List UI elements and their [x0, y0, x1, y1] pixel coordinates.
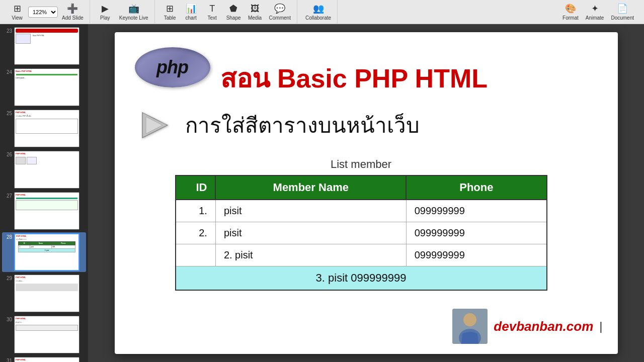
avatar [452, 309, 488, 344]
add-slide-label: Add Slide [62, 15, 84, 21]
chart-button[interactable]: 📊 chart [181, 2, 201, 22]
php-logo: php [135, 47, 210, 87]
slide-panel: 23 Basic PHP HTML 24 Basic PHP HTML Lore… [0, 24, 88, 362]
php-logo-text: php [156, 57, 188, 78]
cell-id-3 [176, 244, 216, 266]
add-slide-icon: ➕ [67, 3, 78, 14]
collaborate-label: Collaborate [305, 15, 331, 21]
arrow-shape [140, 108, 175, 143]
document-button[interactable]: 📄 Document [608, 2, 637, 22]
view-group: ⊞ View 122% ➕ Add Slide [4, 0, 90, 24]
th-name: Member Name [215, 175, 406, 200]
slide-thumb-26[interactable]: 26 PHP HTML [2, 150, 86, 190]
chart-icon: 📊 [186, 3, 197, 14]
main-layout: 23 Basic PHP HTML 24 Basic PHP HTML Lore… [0, 24, 644, 362]
table-caption: List member [175, 158, 547, 171]
watermark-area: devbanban.com | [452, 309, 602, 344]
view-options-group: 🎨 Format ✦ Animate 📄 Document [556, 0, 640, 24]
slide-canvas: php สอน Basic PHP HTML การใส่ [115, 32, 618, 354]
toolbar: ⊞ View 122% ➕ Add Slide ▶ Play 📺 Keynote… [0, 0, 644, 24]
slide-main-title: สอน Basic PHP HTML [220, 57, 488, 99]
shape-label: Shape [226, 15, 241, 21]
table-icon: ⊞ [166, 3, 174, 14]
zoom-select[interactable]: 122% [28, 7, 58, 18]
slide-thumb-31[interactable]: 31 PHP HTML สอน Youtube PHP [2, 356, 86, 362]
shape-button[interactable]: ⬟ Shape [223, 2, 244, 22]
table-container: List member ID Member Name Phone 1. pisi… [175, 158, 547, 291]
th-phone: Phone [406, 175, 546, 200]
comment-button[interactable]: 💬 Comment [266, 2, 294, 22]
collaborate-group: 👥 Collaborate [299, 0, 338, 24]
table-label: Table [164, 15, 176, 21]
site-name: devbanban.com [494, 319, 593, 334]
cell-name-3: 2. pisit [215, 244, 406, 266]
play-group: ▶ Play 📺 Keynote Live [92, 0, 155, 24]
table-row: 2. pisit 099999999 [176, 222, 547, 244]
section-title-text: การใส่สีตารางบนหน้าเว็บ [185, 109, 420, 142]
cell-name-2: pisit [215, 222, 406, 244]
shape-icon: ⬟ [229, 3, 237, 14]
person-avatar-icon [452, 309, 488, 344]
table-button[interactable]: ⊞ Table [160, 2, 180, 22]
cursor-indicator: | [599, 319, 602, 333]
view-label: View [12, 15, 23, 21]
animate-button[interactable]: ✦ Animate [583, 2, 607, 22]
svg-point-5 [463, 313, 476, 326]
play-button[interactable]: ▶ Play [95, 2, 115, 22]
cell-id-1: 1. [176, 200, 216, 222]
table-row: 2. pisit 099999999 [176, 244, 547, 266]
add-slide-button[interactable]: ➕ Add Slide [59, 2, 87, 22]
keynote-live-button[interactable]: 📺 Keynote Live [116, 2, 151, 22]
chart-label: chart [186, 15, 197, 21]
comment-label: Comment [269, 15, 291, 21]
cell-phone-1: 099999999 [406, 200, 546, 222]
slide-thumb-24[interactable]: 24 Basic PHP HTML Lorem ipsum... [2, 67, 86, 107]
play-label: Play [100, 15, 110, 21]
slide-thumb-23[interactable]: 23 Basic PHP HTML [2, 26, 86, 66]
keynote-live-label: Keynote Live [119, 15, 148, 21]
format-label: Format [562, 15, 579, 21]
cell-id-2: 2. [176, 222, 216, 244]
slide-thumb-27[interactable]: 27 PHP HTML [2, 191, 86, 231]
animate-icon: ✦ [591, 3, 599, 14]
media-icon: 🖼 [251, 4, 260, 14]
format-icon: 🎨 [565, 3, 576, 14]
document-label: Document [611, 15, 634, 21]
canvas-area: php สอน Basic PHP HTML การใส่ [88, 24, 644, 362]
arrow-icon [140, 108, 175, 143]
keynote-live-icon: 📺 [128, 3, 139, 14]
slide-thumb-29[interactable]: 29 PHP HTML การเขียน... [2, 274, 86, 313]
collaborate-icon: 👥 [313, 3, 324, 14]
insert-group: ⊞ Table 📊 chart T Text ⬟ Shape 🖼 Media 💬… [157, 0, 297, 24]
view-button[interactable]: ⊞ View [7, 2, 27, 22]
media-label: Media [248, 15, 262, 21]
animate-label: Animate [586, 15, 604, 21]
collaborate-button[interactable]: 👥 Collaborate [302, 2, 334, 22]
media-button[interactable]: 🖼 Media [245, 3, 265, 22]
slide-thumb-28[interactable]: 28 PHP HTML การใส่สีตาราง IDNamePhone 1.… [2, 232, 86, 272]
document-icon: 📄 [617, 3, 628, 14]
section-title-area: การใส่สีตารางบนหน้าเว็บ [140, 108, 420, 143]
format-button[interactable]: 🎨 Format [559, 2, 582, 22]
data-table: ID Member Name Phone 1. pisit 099999999 … [175, 175, 547, 291]
cell-name-1: pisit [215, 200, 406, 222]
table-row: 1. pisit 099999999 [176, 200, 547, 222]
slide-thumb-25[interactable]: 25 PHP HTML การเขียน PHP เบื้องต้น [2, 109, 86, 148]
cell-phone-3: 099999999 [406, 244, 546, 266]
view-icon: ⊞ [14, 3, 21, 14]
text-icon: T [209, 4, 215, 14]
cell-phone-2: 099999999 [406, 222, 546, 244]
table-row-highlight: 3. pisit 099999999 [176, 266, 547, 291]
th-id: ID [176, 175, 216, 200]
text-button[interactable]: T Text [202, 3, 222, 22]
cell-highlight: 3. pisit 099999999 [176, 266, 547, 291]
play-icon: ▶ [102, 3, 109, 14]
table-header-row: ID Member Name Phone [176, 175, 547, 200]
text-label: Text [207, 15, 216, 21]
comment-icon: 💬 [274, 3, 285, 14]
slide-thumb-30[interactable]: 30 PHP HTML ตัวอย่าง... [2, 315, 86, 354]
